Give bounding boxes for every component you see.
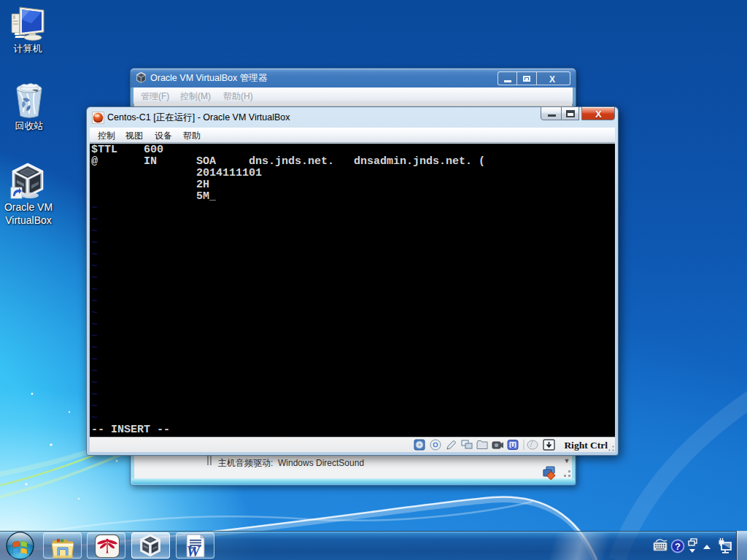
svg-text:?: ? bbox=[675, 541, 681, 552]
svg-text:W: W bbox=[187, 542, 201, 558]
